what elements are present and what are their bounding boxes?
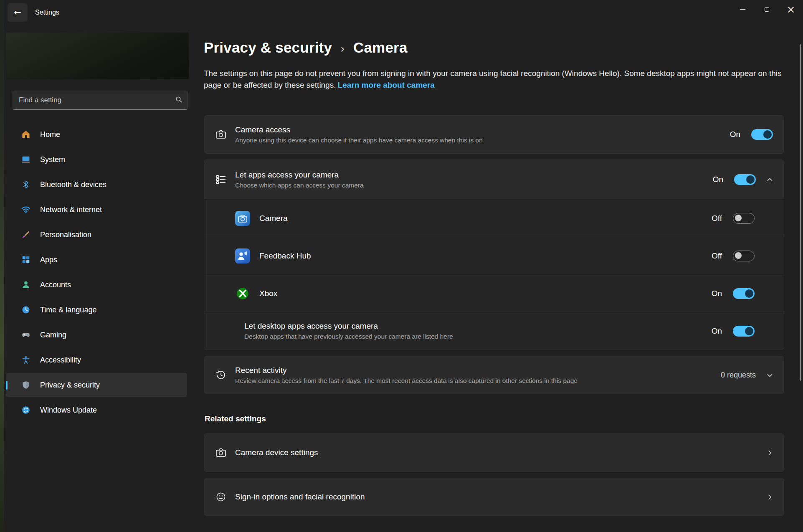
close-button[interactable]: × xyxy=(779,0,803,18)
breadcrumb-separator-icon: › xyxy=(340,42,345,55)
update-arrows-icon xyxy=(21,405,31,415)
let-apps-toggle[interactable] xyxy=(734,174,756,185)
row-title: Camera access xyxy=(235,125,717,134)
apps-grid-icon xyxy=(21,255,31,265)
toggle-state-label: Off xyxy=(712,214,722,223)
row-subtitle: Desktop apps that have previously access… xyxy=(244,333,699,340)
related-item-label: Sign-in options and facial recognition xyxy=(235,492,767,502)
home-icon xyxy=(21,129,31,139)
breadcrumb-parent[interactable]: Privacy & security xyxy=(204,39,332,56)
toggle-knob xyxy=(746,175,755,184)
close-icon: × xyxy=(787,4,795,15)
chevron-up-icon[interactable] xyxy=(767,177,773,183)
accessibility-person-icon xyxy=(21,355,31,365)
row-title: Let apps access your camera xyxy=(235,170,700,180)
sidebar-item-label: Privacy & security xyxy=(40,381,100,390)
vertical-scrollbar[interactable] xyxy=(800,44,801,381)
recent-activity-row[interactable]: Recent activity Review camera access fro… xyxy=(204,356,784,394)
toggle-knob xyxy=(745,289,753,298)
sidebar-item-windows-update[interactable]: Windows Update xyxy=(6,398,187,422)
toggle-state-label: Off xyxy=(712,251,722,261)
window-controls: × xyxy=(730,0,803,18)
toggle-state-label: On xyxy=(713,175,723,184)
maximize-button[interactable] xyxy=(755,0,779,18)
feedback-hub-toggle[interactable] xyxy=(733,251,755,261)
sidebar-item-apps[interactable]: Apps xyxy=(6,248,187,272)
camera-access-toggle[interactable] xyxy=(751,129,773,140)
shield-icon xyxy=(21,380,31,390)
learn-more-link[interactable]: Learn more about camera xyxy=(338,81,435,89)
back-button[interactable]: ← xyxy=(8,3,28,22)
search-input[interactable] xyxy=(19,96,175,104)
search-icon[interactable] xyxy=(175,96,182,105)
camera-app-toggle[interactable] xyxy=(733,213,755,224)
sidebar-item-home[interactable]: Home xyxy=(6,122,187,147)
toggle-knob xyxy=(763,130,772,139)
desktop-apps-row: Let desktop apps access your camera Desk… xyxy=(204,312,784,350)
user-profile-image xyxy=(6,33,189,79)
sidebar-item-label: Time & language xyxy=(40,306,96,314)
minimize-icon xyxy=(740,9,745,10)
camera-outline-icon xyxy=(215,129,235,140)
related-settings-cards: Camera device settings Sign-in options a… xyxy=(204,433,784,516)
toggle-knob xyxy=(735,252,742,259)
toggle-knob xyxy=(745,327,753,335)
sign-in-options-row[interactable]: Sign-in options and facial recognition xyxy=(204,478,784,516)
row-subtitle: Review camera access from the last 7 day… xyxy=(235,377,708,385)
feedback-hub-icon xyxy=(235,248,250,263)
chevron-right-icon xyxy=(767,494,773,500)
row-subtitle: Choose which apps can access your camera xyxy=(235,182,700,189)
page-title: Camera xyxy=(353,39,408,56)
chevron-down-icon[interactable] xyxy=(767,372,773,378)
sidebar-item-label: Apps xyxy=(40,256,57,264)
page-description-text: The settings on this page do not prevent… xyxy=(204,69,782,89)
settings-cards: Camera access Anyone using this device c… xyxy=(204,115,784,394)
row-title: Let desktop apps access your camera xyxy=(244,322,699,331)
sidebar: Home System Bluetooth & devices xyxy=(4,25,192,532)
sidebar-nav: Home System Bluetooth & devices xyxy=(6,122,187,422)
sidebar-item-label: Gaming xyxy=(40,331,66,339)
toggle-state-label: On xyxy=(730,130,740,139)
sidebar-item-label: Accounts xyxy=(40,281,71,289)
history-icon xyxy=(215,369,235,381)
breadcrumb: Privacy & security › Camera xyxy=(204,39,784,56)
row-title: Recent activity xyxy=(235,366,708,375)
recent-activity-count: 0 requests xyxy=(721,371,756,380)
sidebar-item-label: Windows Update xyxy=(40,406,97,415)
search-box[interactable] xyxy=(13,91,188,110)
clock-icon xyxy=(21,305,31,315)
app-name: Xbox xyxy=(259,289,712,298)
sidebar-item-time-language[interactable]: Time & language xyxy=(6,298,187,322)
app-row-feedback-hub: Feedback Hub Off xyxy=(204,237,784,274)
camera-device-settings-row[interactable]: Camera device settings xyxy=(204,433,784,472)
apps-list-icon xyxy=(215,174,235,185)
sidebar-item-privacy-security[interactable]: Privacy & security xyxy=(6,373,187,397)
sidebar-item-label: Home xyxy=(40,130,60,139)
related-item-label: Camera device settings xyxy=(235,448,767,457)
face-smiley-icon xyxy=(215,491,235,503)
sidebar-item-gaming[interactable]: Gaming xyxy=(6,323,187,347)
let-apps-expander-header[interactable]: Let apps access your camera Choose which… xyxy=(204,160,784,199)
minimize-button[interactable] xyxy=(730,0,755,18)
toggle-state-label: On xyxy=(712,327,722,336)
page-description: The settings on this page do not prevent… xyxy=(204,68,784,91)
main-content: Privacy & security › Camera The settings… xyxy=(192,25,803,532)
toggle-state-label: On xyxy=(712,289,722,298)
camera-access-row: Camera access Anyone using this device c… xyxy=(204,115,784,154)
sidebar-item-network[interactable]: Network & internet xyxy=(6,198,187,222)
let-apps-group: Let apps access your camera Choose which… xyxy=(204,160,784,350)
sidebar-item-label: System xyxy=(40,155,65,164)
paintbrush-icon xyxy=(21,230,31,240)
xbox-icon xyxy=(235,286,250,301)
sidebar-item-accessibility[interactable]: Accessibility xyxy=(6,348,187,372)
desktop-apps-toggle[interactable] xyxy=(733,326,755,337)
app-name: Camera xyxy=(259,214,712,223)
sidebar-item-system[interactable]: System xyxy=(6,147,187,172)
xbox-toggle[interactable] xyxy=(733,288,755,299)
sidebar-item-bluetooth[interactable]: Bluetooth & devices xyxy=(6,172,187,197)
sidebar-item-personalisation[interactable]: Personalisation xyxy=(6,223,187,247)
sidebar-item-accounts[interactable]: Accounts xyxy=(6,273,187,297)
sidebar-item-label: Network & internet xyxy=(40,205,102,214)
app-title: Settings xyxy=(35,9,59,16)
settings-window: ← Settings × Home xyxy=(4,0,803,532)
